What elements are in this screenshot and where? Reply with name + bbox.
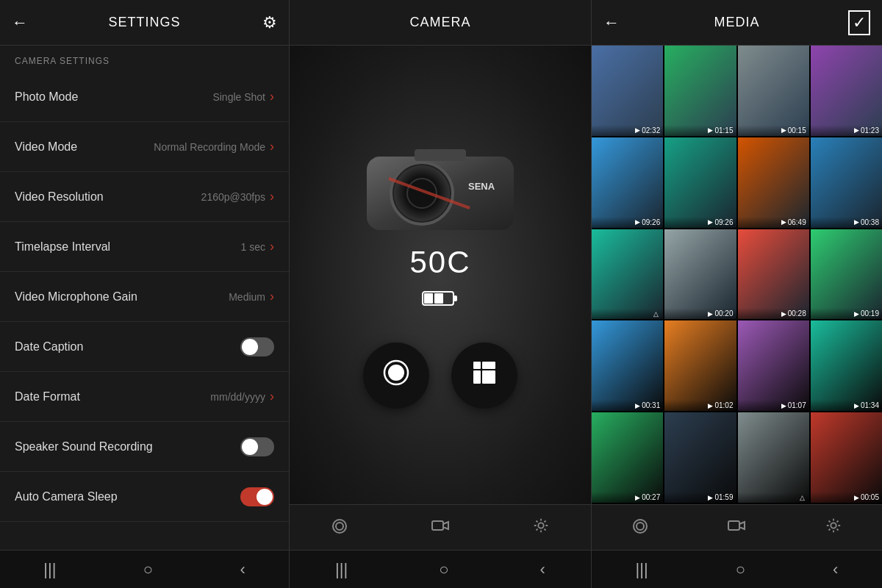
thumb-timestamp: 09:26 <box>642 218 660 226</box>
svg-rect-27 <box>592 60 663 121</box>
media-thumbnail[interactable]: ▶01:34 <box>811 320 882 411</box>
media-nav-video-icon[interactable] <box>722 512 751 544</box>
media-nav-settings-icon[interactable] <box>819 512 848 544</box>
speaker-recording-item[interactable]: Speaker Sound Recording <box>0 422 289 472</box>
media-nav-menu[interactable]: ||| <box>621 554 663 585</box>
camera-nav-back[interactable]: ‹ <box>526 554 560 585</box>
nav-back-button[interactable]: ‹ <box>225 554 259 585</box>
camera-device-image: SENA <box>359 142 521 245</box>
date-format-value: mm/dd/yyyy <box>210 391 265 403</box>
svg-rect-19 <box>473 376 481 384</box>
media-thumbnail[interactable]: ▶01:23 <box>811 46 882 136</box>
date-caption-item[interactable]: Date Caption <box>0 322 289 372</box>
camera-nav-menu[interactable]: ||| <box>320 554 362 585</box>
thumb-video-icon: ▶ <box>635 126 640 134</box>
video-resolution-value: 2160p@30fps <box>201 191 265 203</box>
svg-rect-28 <box>664 60 736 121</box>
media-thumbnail[interactable]: ▶02:32 <box>592 46 663 136</box>
media-thumbnail[interactable]: ▶00:05 <box>811 412 882 503</box>
thumb-video-icon: ▶ <box>781 218 786 226</box>
thumb-timestamp: 00:15 <box>788 126 806 135</box>
media-thumbnail[interactable]: ▶00:20 <box>664 229 736 320</box>
svg-marker-25 <box>443 522 448 529</box>
thumb-video-icon: ▶ <box>635 402 640 409</box>
settings-gear-icon[interactable]: ⚙ <box>262 13 277 32</box>
media-thumbnail[interactable]: △ <box>738 412 809 503</box>
svg-marker-54 <box>739 522 745 529</box>
camera-nav-home[interactable]: ○ <box>424 554 463 585</box>
media-thumbnail[interactable]: △ <box>592 229 663 320</box>
thumb-timestamp: 00:19 <box>861 309 879 318</box>
media-grid: ▶02:32▶01:15▶00:15▶01:23▶09:26▶09:26▶06:… <box>592 46 882 504</box>
svg-rect-44 <box>664 428 736 488</box>
thumb-video-icon: ▶ <box>635 218 640 226</box>
nav-home-button[interactable]: ○ <box>129 554 168 585</box>
media-thumbnail[interactable]: ▶00:28 <box>738 229 809 320</box>
timelapse-chevron: › <box>270 239 274 254</box>
media-nav-camera-icon[interactable] <box>625 512 655 544</box>
media-thumbnail[interactable]: ▶00:19 <box>811 229 882 320</box>
video-resolution-item[interactable]: Video Resolution 2160p@30fps › <box>0 172 289 222</box>
thumb-video-icon: ▶ <box>708 218 713 226</box>
settings-list: CAMERA SETTINGS Photo Mode Single Shot ›… <box>0 46 289 550</box>
auto-sleep-toggle[interactable] <box>240 487 274 506</box>
thumb-timestamp: 00:27 <box>642 493 660 501</box>
svg-rect-8 <box>453 295 457 301</box>
auto-sleep-item[interactable]: Auto Camera Sleep <box>0 472 289 522</box>
svg-rect-37 <box>738 244 809 304</box>
media-android-nav: ||| ○ ‹ <box>592 550 882 588</box>
settings-back-button[interactable]: ← <box>12 13 28 32</box>
microphone-gain-value: Medium <box>229 291 265 303</box>
date-format-label: Date Format <box>15 390 210 404</box>
media-thumbnail[interactable]: ▶01:59 <box>664 412 736 503</box>
media-thumbnail[interactable]: ▶00:38 <box>811 137 882 228</box>
svg-rect-15 <box>488 362 495 369</box>
camera-title: CAMERA <box>409 15 470 30</box>
camera-header: CAMERA <box>290 0 591 46</box>
media-nav-home[interactable]: ○ <box>721 554 760 585</box>
media-thumbnail[interactable]: ▶01:07 <box>738 320 809 411</box>
media-thumbnail[interactable]: ▶09:26 <box>664 137 736 228</box>
media-back-button[interactable]: ← <box>603 13 620 32</box>
speaker-recording-toggle[interactable] <box>240 437 274 456</box>
camera-capture-button[interactable] <box>363 343 429 409</box>
media-nav-back[interactable]: ‹ <box>818 554 853 585</box>
svg-rect-39 <box>592 336 663 396</box>
svg-point-22 <box>333 520 346 533</box>
camera-device-name: 50C <box>409 245 470 280</box>
svg-rect-38 <box>811 244 882 304</box>
media-thumbnail[interactable]: ▶06:49 <box>738 137 809 228</box>
thumb-video-icon: ▶ <box>854 494 859 501</box>
media-thumbnail[interactable]: ▶09:26 <box>592 137 663 228</box>
camera-nav-video-icon[interactable] <box>426 512 455 544</box>
microphone-gain-item[interactable]: Video Microphone Gain Medium › <box>0 272 289 322</box>
media-thumbnail[interactable]: ▶00:27 <box>592 412 663 503</box>
date-format-item[interactable]: Date Format mm/dd/yyyy › <box>0 372 289 422</box>
date-caption-toggle[interactable] <box>240 337 274 356</box>
thumb-video-icon: ▶ <box>708 126 713 134</box>
media-thumbnail[interactable]: ▶01:02 <box>664 320 736 411</box>
photo-mode-item[interactable]: Photo Mode Single Shot › <box>0 72 289 122</box>
media-select-all-button[interactable]: ✓ <box>848 10 870 35</box>
thumb-timestamp: 01:02 <box>714 401 733 409</box>
camera-nav-camera-icon[interactable] <box>325 512 354 544</box>
camera-nav-settings-icon[interactable] <box>526 512 556 544</box>
nav-menu-button[interactable]: ||| <box>29 554 71 585</box>
battery-status-icon <box>422 289 459 313</box>
thumb-video-icon: ▶ <box>708 402 713 409</box>
video-mode-item[interactable]: Video Mode Normal Recording Mode › <box>0 122 289 172</box>
settings-header: ← SETTINGS ⚙ <box>0 0 289 46</box>
svg-rect-21 <box>488 376 495 384</box>
thumb-video-icon: ▶ <box>635 494 640 501</box>
media-gallery-button[interactable] <box>451 343 517 409</box>
svg-rect-6 <box>415 149 466 161</box>
media-thumbnail[interactable]: ▶00:31 <box>592 320 663 411</box>
timelapse-item[interactable]: Timelapse Interval 1 sec › <box>0 222 289 272</box>
media-thumbnail[interactable]: ▶01:15 <box>664 46 736 136</box>
settings-nav-bar: ||| ○ ‹ <box>0 550 289 588</box>
video-mode-chevron: › <box>270 139 274 154</box>
grid-icon <box>472 360 497 391</box>
svg-rect-45 <box>738 428 809 488</box>
thumb-timestamp: 00:05 <box>861 493 879 501</box>
media-thumbnail[interactable]: ▶00:15 <box>738 46 809 136</box>
